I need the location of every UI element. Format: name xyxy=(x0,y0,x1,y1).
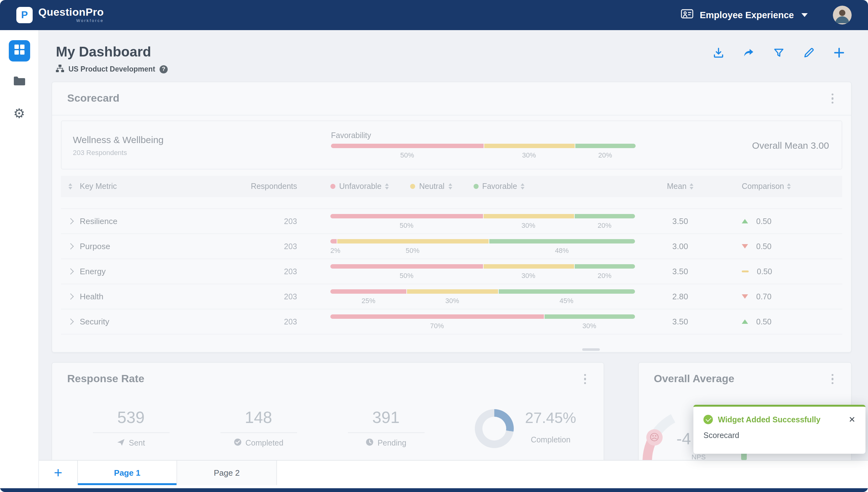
stat-label: Sent xyxy=(67,438,195,448)
widgets-area: Scorecard Wellness & Wellbeing 203 Respo… xyxy=(39,73,868,460)
avatar[interactable] xyxy=(833,6,852,24)
scorecard-summary: Wellness & Wellbeing 203 Respondents Fav… xyxy=(61,121,842,169)
unfavorable-dot-icon xyxy=(330,184,335,189)
completion-label: Completion xyxy=(525,436,576,444)
scorecard-row[interactable]: Security 203 70%30% 3.50 0.50 xyxy=(61,310,842,335)
close-icon[interactable]: ✕ xyxy=(848,415,855,424)
stat-pending: 391Pending xyxy=(322,408,450,448)
completion-value: 27.45% xyxy=(525,409,576,427)
chevron-down-icon[interactable] xyxy=(801,13,808,17)
segment-label: 30% xyxy=(483,271,574,279)
tab-page-2[interactable]: Page 2 xyxy=(177,461,277,485)
segment-label: 25% xyxy=(330,297,407,304)
bar-labels: 25%30%45% xyxy=(330,297,635,304)
legend-favorable[interactable]: Favorable xyxy=(473,182,524,191)
segment-label: 70% xyxy=(330,322,544,329)
expand-chevron-icon[interactable] xyxy=(67,218,73,224)
metric-name: Health xyxy=(80,292,249,301)
kebab-menu-icon[interactable] xyxy=(829,371,836,387)
metric-name: Energy xyxy=(80,267,249,276)
legend-label: Neutral xyxy=(419,182,445,191)
segment-label: 48% xyxy=(489,246,635,254)
segment-neutral xyxy=(407,289,498,293)
sort-icon[interactable] xyxy=(385,183,389,190)
tab-page-1[interactable]: Page 1 xyxy=(77,461,177,485)
column-respondents[interactable]: Respondents xyxy=(249,182,306,191)
add-page-button[interactable]: + xyxy=(39,461,77,485)
add-widget-button[interactable] xyxy=(833,46,845,59)
sidebar-item-settings[interactable]: ⚙ xyxy=(8,103,30,124)
segment-favorable xyxy=(489,239,635,243)
expand-chevron-icon[interactable] xyxy=(67,268,73,274)
segment-label: 30% xyxy=(407,297,498,304)
respondents-value: 203 xyxy=(249,292,306,301)
questionpro-logo[interactable]: P QuestionPro Workforce xyxy=(16,7,103,23)
segment-neutral xyxy=(336,239,489,243)
sort-icon[interactable] xyxy=(68,183,72,190)
filter-button[interactable] xyxy=(773,46,785,59)
download-button[interactable] xyxy=(712,46,725,59)
column-key-metric[interactable]: Key Metric xyxy=(80,182,249,191)
group-respondents: 203 Respondents xyxy=(73,148,306,156)
scorecard-table-body: Resilience 203 50%30%20% 3.50 0.50 Purpo… xyxy=(61,208,842,335)
help-icon[interactable]: ? xyxy=(160,65,168,73)
sort-icon[interactable] xyxy=(787,183,791,190)
segment-neutral xyxy=(483,144,575,148)
column-comparison[interactable]: Comparison xyxy=(718,182,844,191)
scorecard-row[interactable]: Energy 203 50%30%20% 3.50 0.50 xyxy=(61,259,842,284)
scorecard-widget: Scorecard Wellness & Wellbeing 203 Respo… xyxy=(51,81,852,353)
sort-icon[interactable] xyxy=(689,183,694,190)
scorecard-table-header: Key Metric Respondents UnfavorableNeutra… xyxy=(61,176,842,197)
segment-label: 50% xyxy=(336,246,489,254)
segment-label: 50% xyxy=(331,151,483,159)
workspace-selector[interactable]: Employee Experience xyxy=(700,10,794,20)
brand-product: Workforce xyxy=(76,19,104,23)
scorecard-row[interactable]: Purpose 203 2%50%48% 3.00 0.50 xyxy=(61,234,842,259)
kebab-menu-icon[interactable] xyxy=(581,371,588,387)
nps-value: -4 xyxy=(676,429,691,449)
trend-icon xyxy=(742,219,748,223)
sidebar-item-dashboards[interactable] xyxy=(8,40,30,62)
mean-value: 3.50 xyxy=(642,217,718,226)
bar-labels: 2%50%48% xyxy=(330,246,635,254)
share-button[interactable] xyxy=(743,46,755,59)
favorable-dot-icon xyxy=(473,184,478,189)
expand-chevron-icon[interactable] xyxy=(67,243,73,249)
overall-mean: Overall Mean 3.00 xyxy=(643,140,842,150)
segment-label: 50% xyxy=(330,271,483,279)
legend-unfavorable[interactable]: Unfavorable xyxy=(330,182,389,191)
kebab-menu-icon[interactable] xyxy=(829,91,836,106)
scorecard-row[interactable]: Resilience 203 50%30%20% 3.50 0.50 xyxy=(61,209,842,234)
sort-icon[interactable] xyxy=(448,183,452,190)
widget-title: Response Rate xyxy=(67,373,144,385)
scrollbar-thumb[interactable] xyxy=(582,348,600,351)
segment-label: 20% xyxy=(575,151,636,159)
sidebar-item-folders[interactable] xyxy=(8,72,30,93)
folder-icon xyxy=(13,76,25,89)
expand-chevron-icon[interactable] xyxy=(67,293,73,300)
completion-donut-chart xyxy=(475,409,514,448)
stat-sent: 539Sent xyxy=(67,408,195,448)
legend-neutral[interactable]: Neutral xyxy=(410,182,452,191)
comparison-value: 0.50 xyxy=(757,267,772,276)
scorecard-row[interactable]: Health 203 25%30%45% 2.80 0.70 xyxy=(61,284,842,310)
sad-face-icon: ☹ xyxy=(646,429,663,446)
window-bottom-edge xyxy=(0,488,868,492)
bar-labels: 50%30%20% xyxy=(330,221,635,229)
segment-neutral xyxy=(483,214,574,218)
neutral-dot-icon xyxy=(410,184,416,189)
top-navbar: P QuestionPro Workforce Employee Experie… xyxy=(0,0,868,30)
stat-value: 539 xyxy=(67,408,195,427)
segment-favorable xyxy=(544,314,635,318)
edit-button[interactable] xyxy=(803,46,815,59)
segment-unfavorable xyxy=(331,144,483,148)
mean-value: 3.50 xyxy=(642,317,718,326)
column-mean[interactable]: Mean xyxy=(642,182,718,191)
trend-icon xyxy=(742,244,748,248)
expand-chevron-icon[interactable] xyxy=(67,318,73,325)
respondents-value: 203 xyxy=(249,317,306,326)
favorability-bar xyxy=(330,214,635,218)
stat-value: 391 xyxy=(322,408,450,427)
sort-icon[interactable] xyxy=(521,183,525,190)
divider xyxy=(348,433,424,433)
